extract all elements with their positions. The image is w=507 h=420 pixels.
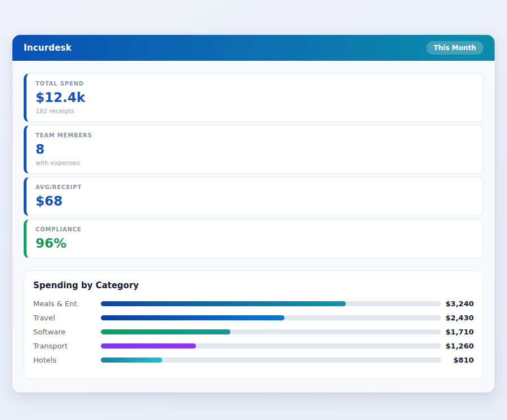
stat-card-total-spend: TOTAL SPEND $12.4k 182 receipts — [24, 73, 483, 122]
chart-row-value: $1,710 — [441, 328, 474, 336]
chart-title: Spending by Category — [33, 280, 474, 291]
period-badge[interactable]: This Month — [426, 41, 483, 55]
stat-label: TEAM MEMBERS — [35, 132, 474, 138]
bar-fill — [101, 301, 346, 306]
chart-row-value: $3,240 — [441, 300, 474, 308]
dashboard-panel: Incurdesk This Month TOTAL SPEND $12.4k … — [12, 35, 495, 392]
bar-track — [101, 343, 441, 348]
bar-fill — [101, 329, 230, 334]
bar-track — [101, 301, 441, 306]
stat-value: 8 — [35, 142, 474, 157]
stats-list: TOTAL SPEND $12.4k 182 receipts TEAM MEM… — [24, 73, 483, 258]
stat-card-compliance: COMPLIANCE 96% — [24, 219, 483, 258]
chart-row: Hotels $810 — [33, 353, 474, 367]
stat-card-avg-receipt: AVG/RECEIPT $68 — [24, 177, 483, 216]
chart-row-label: Software — [33, 328, 101, 336]
bar-track — [101, 358, 441, 363]
chart-row-label: Travel — [33, 314, 101, 322]
chart-row-value: $1,260 — [441, 342, 474, 350]
chart-row: Software $1,710 — [33, 325, 474, 339]
chart-row: Transport $1,260 — [33, 339, 474, 353]
stat-value: $68 — [35, 194, 474, 209]
bar-fill — [101, 343, 196, 348]
app-title: Incurdesk — [24, 43, 72, 53]
chart-row-label: Hotels — [33, 356, 101, 364]
chart-rows: Meals & Ent. $3,240 Travel $2,430 Softwa… — [33, 297, 474, 367]
bar-track — [101, 329, 441, 334]
bar-track — [101, 315, 441, 320]
dashboard-content: TOTAL SPEND $12.4k 182 receipts TEAM MEM… — [12, 61, 495, 392]
chart-row: Travel $2,430 — [33, 311, 474, 325]
bar-fill — [101, 315, 284, 320]
stat-label: AVG/RECEIPT — [35, 184, 474, 190]
stat-value: $12.4k — [35, 90, 474, 105]
chart-row-label: Meals & Ent. — [33, 300, 101, 308]
spending-by-category-card: Spending by Category Meals & Ent. $3,240… — [24, 270, 483, 379]
stat-label: COMPLIANCE — [35, 226, 474, 233]
chart-row: Meals & Ent. $3,240 — [33, 297, 474, 311]
stat-card-team-members: TEAM MEMBERS 8 with expenses — [24, 125, 483, 174]
chart-row-value: $2,430 — [441, 314, 474, 322]
chart-row-label: Transport — [33, 342, 101, 350]
stat-label: TOTAL SPEND — [35, 81, 474, 87]
app-header: Incurdesk This Month — [12, 35, 495, 61]
stat-sub: 182 receipts — [35, 108, 474, 115]
stat-sub: with expenses — [35, 159, 474, 167]
bar-fill — [101, 358, 162, 363]
chart-row-value: $810 — [441, 356, 474, 364]
stat-value: 96% — [35, 236, 474, 251]
